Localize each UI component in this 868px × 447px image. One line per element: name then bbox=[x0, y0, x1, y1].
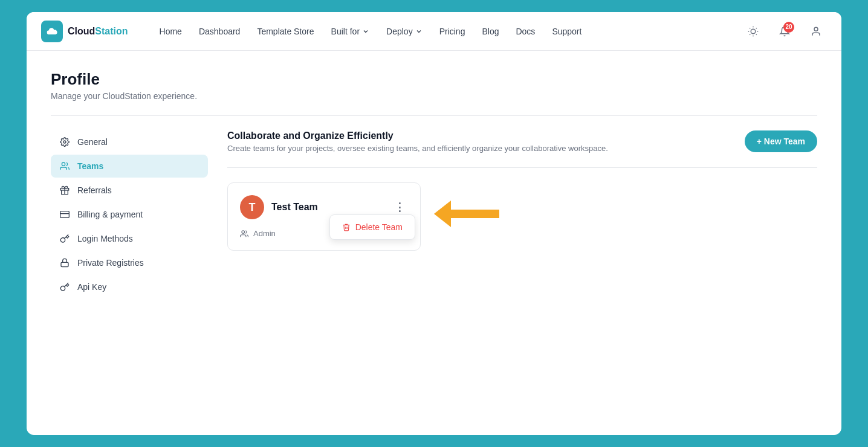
sidebar-item-login-methods[interactable]: Login Methods bbox=[51, 227, 208, 250]
sidebar-item-general-label: General bbox=[77, 137, 108, 147]
arrow-head bbox=[434, 201, 451, 227]
team-avatar-name: T Test Team bbox=[240, 195, 318, 219]
section-header-text: Collaborate and Organize Efficiently Cre… bbox=[227, 130, 608, 153]
layout: General Teams bbox=[51, 130, 817, 300]
deploy-link[interactable]: Deploy bbox=[379, 22, 430, 41]
users-icon bbox=[59, 161, 70, 172]
svg-point-11 bbox=[62, 162, 65, 166]
home-link[interactable]: Home bbox=[152, 22, 189, 41]
svg-point-10 bbox=[63, 141, 66, 143]
sidebar: General Teams bbox=[51, 130, 208, 300]
credit-card-icon bbox=[59, 209, 70, 220]
svg-line-7 bbox=[750, 34, 750, 34]
built-for-link[interactable]: Built for bbox=[324, 22, 377, 41]
sidebar-item-billing-label: Billing & payment bbox=[77, 210, 143, 219]
svg-rect-16 bbox=[61, 262, 68, 266]
logo-text: CloudStation bbox=[68, 26, 128, 37]
arrow-body bbox=[451, 210, 499, 218]
logo-icon bbox=[41, 21, 63, 42]
support-link[interactable]: Support bbox=[545, 22, 589, 41]
svg-point-9 bbox=[814, 27, 818, 31]
sidebar-item-general[interactable]: General bbox=[51, 130, 208, 153]
nav-links: Home Dashboard Template Store Built for … bbox=[152, 22, 742, 41]
new-team-button[interactable]: + New Team bbox=[745, 130, 817, 152]
navbar: CloudStation Home Dashboard Template Sto… bbox=[27, 12, 841, 51]
page-title: Profile bbox=[51, 70, 817, 89]
gear-icon bbox=[59, 137, 70, 147]
delete-team-label: Delete Team bbox=[355, 222, 403, 232]
notification-count: 20 bbox=[783, 22, 794, 33]
sidebar-item-teams-label: Teams bbox=[77, 161, 103, 171]
page-subtitle: Manage your CloudStation experience. bbox=[51, 91, 817, 101]
team-card-wrapper: T Test Team ⋮ bbox=[227, 182, 421, 251]
sidebar-item-private-registries[interactable]: Private Registries bbox=[51, 251, 208, 274]
section-header: Collaborate and Organize Efficiently Cre… bbox=[227, 130, 817, 153]
team-avatar: T bbox=[240, 195, 264, 219]
dashboard-link[interactable]: Dashboard bbox=[192, 22, 248, 41]
sidebar-item-referrals-label: Referrals bbox=[77, 185, 112, 195]
delete-team-button[interactable]: Delete Team bbox=[332, 217, 412, 237]
docs-link[interactable]: Docs bbox=[508, 22, 542, 41]
notification-bell-button[interactable]: 20 bbox=[774, 21, 795, 42]
svg-rect-14 bbox=[60, 211, 70, 218]
nav-actions: 20 bbox=[742, 21, 827, 42]
logo-area: CloudStation bbox=[41, 21, 128, 42]
lock-icon bbox=[59, 257, 70, 268]
section-divider bbox=[227, 167, 817, 168]
sidebar-item-login-methods-label: Login Methods bbox=[77, 234, 133, 243]
gift-icon bbox=[59, 185, 70, 196]
api-key-icon bbox=[59, 281, 70, 292]
team-options-button[interactable]: ⋮ bbox=[391, 199, 408, 216]
theme-toggle-button[interactable] bbox=[742, 21, 764, 42]
admin-icon bbox=[240, 230, 248, 238]
content-area: Profile Manage your CloudStation experie… bbox=[27, 51, 841, 319]
sidebar-item-private-registries-label: Private Registries bbox=[77, 258, 144, 268]
key-icon bbox=[59, 233, 70, 244]
pricing-link[interactable]: Pricing bbox=[432, 22, 473, 41]
svg-line-4 bbox=[756, 34, 757, 34]
svg-point-17 bbox=[242, 230, 245, 233]
team-card: T Test Team ⋮ bbox=[227, 182, 421, 251]
section-title: Collaborate and Organize Efficiently bbox=[227, 130, 608, 141]
sidebar-item-teams[interactable]: Teams bbox=[51, 155, 208, 178]
main-window: CloudStation Home Dashboard Template Sto… bbox=[27, 12, 841, 435]
sidebar-item-referrals[interactable]: Referrals bbox=[51, 179, 208, 202]
team-role-label: Admin bbox=[253, 229, 276, 238]
template-store-link[interactable]: Template Store bbox=[250, 22, 321, 41]
user-profile-button[interactable] bbox=[805, 21, 827, 42]
team-dropdown-menu: Delete Team bbox=[329, 214, 415, 240]
outer-container: CloudStation Home Dashboard Template Sto… bbox=[17, 2, 851, 445]
main-content: Collaborate and Organize Efficiently Cre… bbox=[227, 130, 817, 300]
blog-link[interactable]: Blog bbox=[474, 22, 506, 41]
team-name: Test Team bbox=[271, 202, 318, 213]
arrow-pointer bbox=[434, 201, 499, 227]
header-divider bbox=[51, 115, 817, 116]
trash-icon bbox=[342, 223, 351, 231]
sidebar-item-billing[interactable]: Billing & payment bbox=[51, 203, 208, 226]
sidebar-item-api-key[interactable]: Api Key bbox=[51, 275, 208, 298]
sidebar-item-api-key-label: Api Key bbox=[77, 282, 106, 292]
svg-line-8 bbox=[756, 28, 757, 28]
svg-point-0 bbox=[751, 29, 756, 34]
svg-line-3 bbox=[750, 28, 750, 28]
section-description: Create teams for your projects, oversee … bbox=[227, 144, 608, 153]
